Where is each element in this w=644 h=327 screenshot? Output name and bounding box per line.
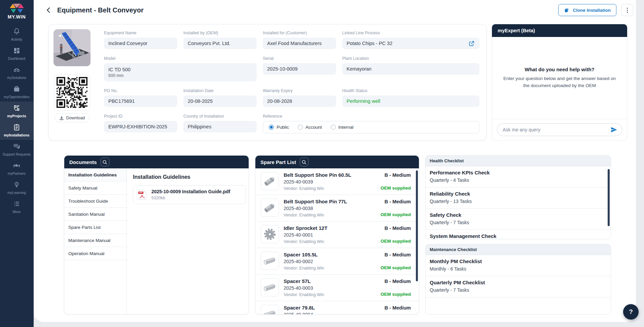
expert-prompt-body: Enter your question below and get the an… bbox=[502, 75, 617, 89]
spare-part-row[interactable]: Belt Support Shoe Pin 77L 2025-40-0038 V… bbox=[255, 195, 419, 221]
reference-radio-option[interactable]: Internal bbox=[331, 125, 354, 130]
documents-tab[interactable]: Spare Parts List bbox=[64, 221, 127, 234]
equipment-detail-card: Download Equipment Name Inclined Conveyo… bbox=[48, 24, 487, 140]
spare-part-name: Spacer 79.8L bbox=[284, 305, 380, 311]
field-serial: Serial 2025-10-0009 bbox=[263, 56, 336, 81]
external-link-icon[interactable] bbox=[468, 40, 475, 47]
page-title: Equipment - Belt Conveyor bbox=[57, 6, 144, 14]
spare-part-name: Belt Support Shoe Pin 60.5L bbox=[284, 172, 376, 178]
support-icon bbox=[13, 142, 21, 151]
documents-tab[interactable]: Operation Manual bbox=[64, 247, 127, 260]
spare-part-row[interactable]: Spacer 79.8L 2025-40-0004 B - Medium bbox=[255, 301, 419, 314]
spare-part-row[interactable]: Spacer 57L 2025-40-0003 Vendor: Enabling… bbox=[255, 275, 419, 301]
checklist-item[interactable]: Reliability Check Quarterly - 13 Tasks bbox=[426, 188, 611, 209]
equipment-name-input[interactable]: Inclined Conveyor bbox=[104, 38, 177, 49]
send-icon[interactable] bbox=[610, 126, 618, 134]
sidebar-item[interactable]: myLearning bbox=[0, 178, 33, 197]
health-checklist-scrollbar[interactable] bbox=[608, 169, 610, 226]
spare-part-list: Belt Support Shoe Pin 60.5L 2025-40-0039… bbox=[255, 168, 419, 314]
qr-download-button[interactable]: Download bbox=[55, 113, 90, 122]
sidebar-item[interactable]: myProjects bbox=[0, 101, 33, 121]
back-button[interactable] bbox=[44, 5, 54, 15]
sidebar-item[interactable]: Dashboard bbox=[0, 44, 33, 63]
sidebar-item[interactable]: mySolutions bbox=[0, 63, 33, 82]
spare-part-row[interactable]: Spacer 105.5L 2025-40-0002 Vendor: Enabl… bbox=[255, 248, 419, 275]
health-status-value[interactable]: Performing well bbox=[342, 95, 479, 107]
spare-part-grade: B - Medium bbox=[381, 252, 411, 257]
document-file-card[interactable]: PDF 2025-10-0009 Installation Guide.pdf … bbox=[133, 185, 246, 204]
sidebar-item[interactable]: Activity bbox=[0, 25, 33, 44]
documents-tab-list: Installation Guidelines Safety Manual Tr… bbox=[64, 168, 127, 314]
installed-for-input[interactable]: Axel Food Manufacturers bbox=[263, 38, 336, 49]
field-linked-line-process: Linked Line Process Potato Chips - PC 32 bbox=[342, 31, 479, 49]
pdf-icon: PDF bbox=[138, 190, 147, 200]
app-logo: MY.WIN bbox=[0, 0, 33, 25]
reference-radio-option[interactable]: Account bbox=[298, 125, 322, 130]
checklist-item[interactable]: Monthly PM Checklist Monthly - 6 Tasks bbox=[426, 255, 611, 276]
copy-icon bbox=[564, 7, 570, 13]
main-area: Equipment - Belt Conveyor Clone Installa… bbox=[34, 0, 644, 327]
svg-text:PDF: PDF bbox=[139, 192, 142, 194]
sidebar-nav: Activity Dashboard mySolutions myOpportu… bbox=[0, 25, 33, 216]
search-icon bbox=[102, 160, 107, 165]
sidebar: MY.WIN Activity Dashboard mySolutions my… bbox=[0, 0, 34, 327]
help-button[interactable]: ? bbox=[623, 304, 639, 320]
sidebar-item[interactable]: myPartners bbox=[0, 159, 33, 178]
field-installed-for: Installed for (Customer) Axel Food Manuf… bbox=[263, 31, 336, 49]
spare-part-vendor: Vendor: Enabling.Win bbox=[284, 239, 376, 244]
field-installation-date: Installation Date 20-08-2025 bbox=[183, 88, 257, 107]
documents-tab[interactable]: Installation Guidelines bbox=[64, 168, 127, 181]
spare-part-supply-badge: OEM supplied bbox=[381, 265, 411, 270]
opportunities-icon bbox=[13, 85, 21, 93]
country-input[interactable]: Philippines bbox=[183, 121, 257, 132]
installations-icon bbox=[13, 123, 21, 132]
spare-part-number: 2025-40-0004 bbox=[284, 312, 380, 314]
spare-part-number: 2025-40-0002 bbox=[284, 259, 376, 264]
serial-input[interactable]: 2025-10-0009 bbox=[263, 63, 336, 75]
equipment-photo bbox=[53, 29, 91, 66]
documents-tab[interactable]: Safety Manual bbox=[64, 181, 127, 195]
project-id-input[interactable]: EWPRJ-EXHIBITION-2025 bbox=[104, 121, 177, 132]
sidebar-item-label: myLearning bbox=[7, 191, 26, 195]
model-input[interactable]: IC TD 500 500 mm bbox=[104, 63, 257, 81]
documents-panel: Documents Installation Guidelines Safety… bbox=[64, 155, 249, 315]
spare-list-scrollbar[interactable] bbox=[416, 170, 418, 281]
spare-parts-search-button[interactable] bbox=[300, 158, 309, 166]
tube-icon bbox=[261, 305, 279, 314]
warranty-expiry-input[interactable]: 20-08-2028 bbox=[263, 95, 336, 107]
checklist-item[interactable]: System Management Check bbox=[426, 230, 611, 239]
spare-part-grade: B - Medium bbox=[381, 199, 411, 204]
checklist-item[interactable]: Quarterly PM Checklist Quarterly - 7 Tas… bbox=[426, 276, 611, 297]
documents-tab[interactable]: Maintenance Manual bbox=[64, 234, 127, 247]
sidebar-item-label: More bbox=[13, 210, 21, 214]
logo-icon bbox=[9, 3, 25, 13]
plant-location-input[interactable]: Kemayoran bbox=[342, 63, 479, 75]
clone-installation-button[interactable]: Clone Installation bbox=[558, 4, 616, 16]
installed-by-input[interactable]: Conveyors Pvt. Ltd. bbox=[183, 38, 257, 49]
installation-date-input[interactable]: 20-08-2025 bbox=[183, 95, 257, 107]
po-no-input[interactable]: PBC175691 bbox=[104, 95, 177, 107]
health-checklist-list: Performance KPIs Check Quarterly - 4 Tas… bbox=[426, 166, 611, 239]
spare-part-row[interactable]: Idler Sprocket 12T 2025-40-0001 Vendor: … bbox=[255, 221, 419, 248]
reference-radio-group: Public Account Internal bbox=[263, 121, 479, 133]
documents-tab[interactable]: Sanitation Manual bbox=[64, 208, 127, 221]
spare-part-row[interactable]: Belt Support Shoe Pin 60.5L 2025-40-0039… bbox=[255, 168, 419, 195]
tube-icon bbox=[261, 278, 279, 296]
sidebar-item[interactable]: myOpportunities bbox=[0, 82, 33, 101]
spare-part-vendor: Vendor: Enabling.Win bbox=[284, 266, 376, 271]
sidebar-item[interactable]: Support Requests bbox=[0, 140, 33, 159]
linked-line-process-input[interactable]: Potato Chips - PC 32 bbox=[342, 38, 479, 49]
sidebar-item[interactable]: More bbox=[0, 197, 33, 216]
expert-query-input[interactable] bbox=[497, 123, 622, 136]
sidebar-item-label: Support Requests bbox=[2, 152, 31, 156]
documents-search-button[interactable] bbox=[101, 158, 109, 166]
download-icon bbox=[59, 116, 64, 120]
spare-part-grade: B - Medium bbox=[381, 226, 411, 231]
spare-part-list-panel: Spare Part List Belt Support Shoe Pin 60… bbox=[255, 155, 419, 315]
reference-radio-option[interactable]: Public bbox=[269, 125, 289, 130]
sidebar-item[interactable]: myInstallations bbox=[0, 121, 33, 140]
documents-tab[interactable]: Troubleshoot Guide bbox=[64, 195, 127, 208]
checklist-item[interactable]: Safety Check Quarterly - 7 Tasks bbox=[426, 209, 611, 230]
checklist-item[interactable]: Performance KPIs Check Quarterly - 4 Tas… bbox=[426, 166, 611, 188]
more-options-button[interactable] bbox=[621, 4, 633, 16]
